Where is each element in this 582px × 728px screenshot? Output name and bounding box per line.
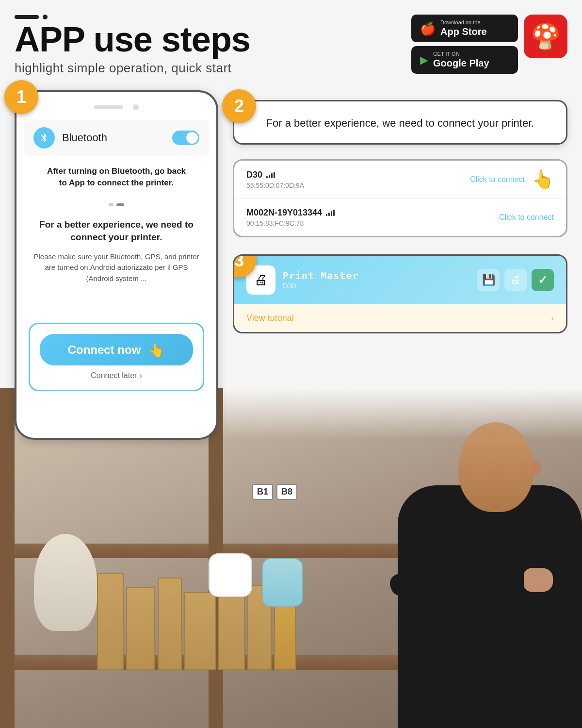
apple-icon: 🍎 [420,22,436,35]
device-item-2[interactable]: M002N-19Y013344 00:15:83:FC:9C:78 Click … [234,199,566,236]
toggle-switch[interactable] [172,131,199,145]
check-icon: ✓ [538,273,548,287]
bluetooth-icon [33,127,55,149]
print-action-button[interactable]: 🖨 [504,269,527,291]
person-ear [530,461,541,476]
phone-mockup: 1 Bluetooth [15,90,218,440]
app-store-text: Download on the App Store [440,19,487,37]
phone-instruction-text: After turning on Bluetooth, go backto Ap… [33,165,199,189]
b1-badge: B1 [252,484,273,500]
app-store-button[interactable]: 🍎 Download on the App Store [411,15,518,42]
step2-panel: 2 For a better experience, we need to co… [233,100,567,145]
dot-decoration [43,15,48,19]
box-2 [126,587,155,670]
box-3 [158,578,182,670]
phone-experience-text: For a better experience, we need toconne… [33,218,199,244]
google-play-button[interactable]: ▶ GET IT ON Google Play [411,46,518,74]
white-printer-device [209,553,252,597]
save-icon: 💾 [482,274,495,286]
bar4 [274,172,275,178]
device-item-1[interactable]: D30 55:55:0D:07:0D:9A Click to connect [234,161,566,199]
dash-decoration [15,15,39,19]
b8-badge: B8 [276,484,297,500]
phone-top-bar [24,102,209,113]
bluetooth-label: Bluetooth [62,132,107,144]
title-decoration [15,15,250,19]
connect-later-link[interactable]: Connect later › [40,371,193,380]
app-store-label-small: Download on the [440,19,487,26]
step2-badge: 2 [222,89,256,123]
bar2 [269,175,270,178]
connect-now-button[interactable]: Connect now 👆 [40,334,193,365]
device2-action: Click to connect [499,213,554,222]
device2-connect-label[interactable]: Click to connect [499,213,554,221]
signal-bars-2 [326,209,335,216]
bar3 [271,173,273,178]
printer-app-name: Print Master [283,270,470,281]
hand-cursor-icon: 👆 [148,342,165,358]
steps-container: 1 Bluetooth [15,90,567,440]
printer-connected-row: 🖨 Print Master D30 💾 🖨 [234,256,566,304]
phone-details-text: Please make sure your Bluetooth, GPS, an… [33,251,199,284]
connect-now-label: Connect now [68,343,141,357]
store-buttons: 🍎 Download on the App Store ▶ GET IT ON … [411,15,518,74]
bluetooth-row: Bluetooth [24,120,209,156]
google-play-icon: ▶ [420,55,428,66]
step1-column: 1 Bluetooth [15,90,218,440]
device1-name: D30 [246,170,304,180]
phone-camera [133,104,139,110]
save-action-button[interactable]: 💾 [477,269,500,291]
bar1 [326,214,327,216]
connect-now-box: Connect now 👆 Connect later › [29,323,204,391]
view-tutorial-row[interactable]: View tutorial › [234,304,566,332]
person-hand [524,568,553,592]
device2-name: M002N-19Y013344 [246,208,335,218]
step1-badge: 1 [4,80,38,114]
bar2 [328,213,330,216]
print-icon: 🖨 [510,274,521,286]
device1-action: Click to connect 👆 [470,169,554,190]
signal-bars-1 [266,171,275,178]
page-dots [24,203,209,206]
page-subtitle: highlight simple operation, quick start [15,61,250,76]
hand-cursor-1-icon: 👆 [532,169,554,190]
arrow-right-icon: › [551,313,554,323]
header-left: APP use steps highlight simple operation… [15,15,250,76]
step3-panel: 3 🖨 Print Master D30 💾 🖨 [233,254,567,333]
bar1 [266,176,268,178]
device-list: D30 55:55:0D:07:0D:9A Click to connect [233,159,567,237]
device2-mac: 00:15:83:FC:9C:78 [246,219,335,227]
page-dot-1 [109,203,113,206]
view-tutorial-label: View tutorial [246,313,294,323]
toggle-knob [186,132,198,144]
page-dot-2 [116,203,124,206]
app-store-label-large: App Store [440,26,487,37]
app-logo: 🍄 [524,15,567,58]
google-play-label-small: GET IT ON [433,51,489,57]
device1-connect-label[interactable]: Click to connect [470,175,525,184]
header: APP use steps highlight simple operation… [15,15,567,76]
google-play-text: GET IT ON Google Play [433,51,489,69]
google-play-label-large: Google Play [433,57,489,69]
check-action-button[interactable]: ✓ [532,269,554,291]
page-title: APP use steps [15,22,250,57]
printer-device-icon: 🖨 [254,272,268,288]
printer-details: Print Master D30 [283,270,470,290]
bar3 [331,211,332,216]
device2-info: M002N-19Y013344 00:15:83:FC:9C:78 [246,208,335,227]
step2-description: For a better experience, we need to conn… [249,116,551,131]
mushroom-icon: 🍄 [531,24,561,49]
printer-model: D30 [283,281,470,290]
connect-later-label: Connect later [91,371,137,380]
arrow-right-icon: › [139,371,142,380]
bar4 [333,210,335,216]
box-4 [184,592,216,670]
phone-speaker [94,105,123,109]
device1-info: D30 55:55:0D:07:0D:9A [246,170,304,189]
device1-mac: 55:55:0D:07:0D:9A [246,182,304,189]
person-figure [364,413,582,728]
statue-decoration [34,534,97,631]
action-buttons: 💾 🖨 ✓ [477,269,554,291]
teal-printer-device [262,558,303,607]
right-column: 2 For a better experience, we need to co… [233,90,567,440]
